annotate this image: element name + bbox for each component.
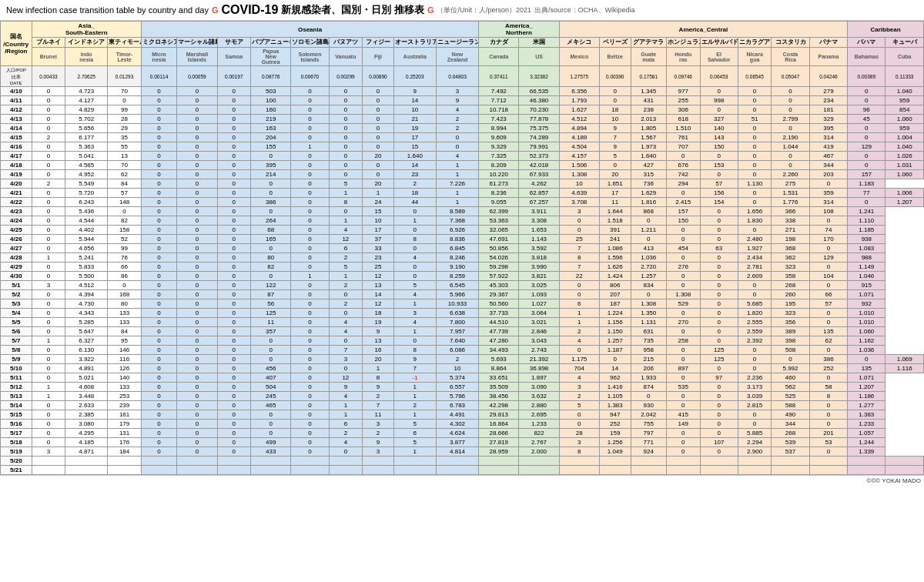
data-cell-32-18: 0 (700, 383, 738, 392)
data-cell-23-4: 0 (177, 299, 217, 309)
rate-cell-17: 0.09746 (666, 66, 700, 87)
data-cell-7-19: 0 (738, 152, 772, 161)
data-cell-0-13: 66.535 (519, 87, 559, 96)
data-cell-9-2: 62 (108, 170, 142, 179)
data-cell-21-12: 45.303 (479, 281, 519, 290)
footer-bar: ©©© YOKAI MADO (0, 475, 924, 486)
data-cell-32-9: 9 (363, 383, 394, 392)
data-cell-38-16: 771 (631, 438, 666, 447)
data-cell-30-20: 5.992 (772, 364, 809, 373)
data-cell-15-20: 271 (772, 226, 809, 235)
data-cell-20-19: 2.609 (738, 272, 772, 281)
data-cell-9-18: 0 (700, 170, 738, 179)
rate-cell-16: 0.17581 (631, 66, 666, 87)
jp-country-12: カナダ (479, 38, 519, 48)
data-cell-6-12: 9.329 (479, 142, 519, 152)
rate-cell-7: 0.00670 (291, 66, 329, 87)
data-cell-0-16: 1.345 (631, 87, 666, 96)
data-cell-15-14: 0 (559, 226, 599, 235)
data-cell-29-13: 21.392 (519, 355, 559, 364)
data-cell-26-9: 9 (363, 327, 394, 336)
data-cell-27-1: 6.327 (65, 336, 108, 346)
data-cell-34-7: 0 (291, 401, 329, 410)
data-cell-16-17: 0 (666, 235, 700, 244)
data-cell-12-2: 148 (108, 198, 142, 207)
data-cell-23-1: 4.730 (65, 299, 108, 309)
data-cell-21-8: 2 (329, 281, 363, 290)
data-cell-20-2: 86 (108, 272, 142, 281)
rate-cell-14: 1.27575 (559, 66, 599, 87)
data-cell-24-11: 6.638 (436, 309, 478, 318)
data-cell-37-2: 131 (108, 429, 142, 438)
date-cell-14: 4/24 (1, 216, 32, 226)
data-cell-7-0: 0 (32, 152, 65, 161)
data-cell-31-12: 33.651 (479, 373, 519, 383)
jp-country-1: インドネシア (65, 38, 108, 48)
data-cell-1-8: 0 (329, 96, 363, 105)
data-cell-30-9: 1 (363, 364, 394, 373)
data-cell-1-1: 4.127 (65, 96, 108, 105)
data-cell-37-18: 0 (700, 429, 738, 438)
data-cell-9-17: 742 (666, 170, 700, 179)
data-cell-30-17: 897 (666, 364, 700, 373)
data-cell-12-11: 1 (436, 198, 478, 207)
data-cell-27-16: 735 (631, 336, 666, 346)
data-cell-3-19: 51 (738, 115, 772, 124)
data-cell-12-10: 44 (393, 198, 436, 207)
data-cell-17-9: 33 (363, 244, 394, 253)
data-cell-4-22: 0 (848, 124, 886, 133)
data-cell-29-17: 0 (666, 355, 700, 364)
data-cell-40-8 (329, 457, 363, 466)
data-cell-30-11: 10 (436, 364, 478, 373)
data-cell-23-3: 0 (141, 299, 176, 309)
data-cell-9-16: 315 (631, 170, 666, 179)
data-cell-0-8: 0 (329, 87, 363, 96)
data-cell-12-19: 0 (738, 198, 772, 207)
data-cell-36-0: 0 (32, 420, 65, 429)
data-cell-18-6: 80 (251, 253, 291, 263)
data-cell-15-17: 0 (666, 226, 700, 235)
data-cell-10-14: 10 (559, 179, 599, 189)
data-cell-3-8: 0 (329, 115, 363, 124)
data-cell-3-2: 28 (108, 115, 142, 124)
data-cell-34-9: 7 (363, 401, 394, 410)
data-cell-26-4: 0 (177, 327, 217, 336)
data-cell-24-21: 0 (809, 309, 847, 318)
rate-cell-6: 0.08776 (251, 66, 291, 87)
data-cell-40-10 (393, 457, 436, 466)
data-cell-21-18: 0 (700, 281, 738, 290)
data-cell-40-20 (772, 457, 809, 466)
data-cell-33-0: 1 (32, 392, 65, 401)
data-cell-2-23: 854 (886, 105, 924, 115)
data-cell-23-15: 187 (599, 299, 631, 309)
data-cell-29-11: 2 (436, 355, 478, 364)
data-cell-9-10: 23 (393, 170, 436, 179)
data-cell-6-13: 79.991 (519, 142, 559, 152)
en-country-8: Vanuatu (329, 48, 363, 66)
data-cell-31-0: 0 (32, 373, 65, 383)
data-cell-22-11: 5.966 (436, 290, 478, 299)
data-cell-30-12: 8.864 (479, 364, 519, 373)
data-cell-1-17: 255 (666, 96, 700, 105)
data-cell-21-7: 0 (291, 281, 329, 290)
data-cell-12-21: 314 (809, 198, 847, 207)
data-cell-11-5: 0 (217, 189, 251, 198)
data-cell-14-2: 82 (108, 216, 142, 226)
data-cell-16-0: 0 (32, 235, 65, 244)
data-cell-0-1: 4.723 (65, 87, 108, 96)
date-cell-28: 5/8 (1, 346, 32, 355)
data-cell-19-10: 0 (393, 263, 436, 272)
data-cell-29-20: 0 (772, 355, 809, 364)
data-cell-9-15: 20 (599, 170, 631, 179)
rate-cell-21: 0.04246 (809, 66, 847, 87)
data-cell-0-10: 9 (393, 87, 436, 96)
data-cell-14-3: 0 (141, 216, 176, 226)
data-cell-14-16: 0 (631, 216, 666, 226)
en-country-12: Canada (479, 48, 519, 66)
data-cell-33-20: 525 (772, 392, 809, 401)
data-cell-18-9: 23 (363, 253, 394, 263)
data-cell-19-2: 66 (108, 263, 142, 272)
data-cell-37-17: 0 (666, 429, 700, 438)
rate-cell-19: 0.06545 (738, 66, 772, 87)
data-cell-16-14: 25 (559, 235, 599, 244)
